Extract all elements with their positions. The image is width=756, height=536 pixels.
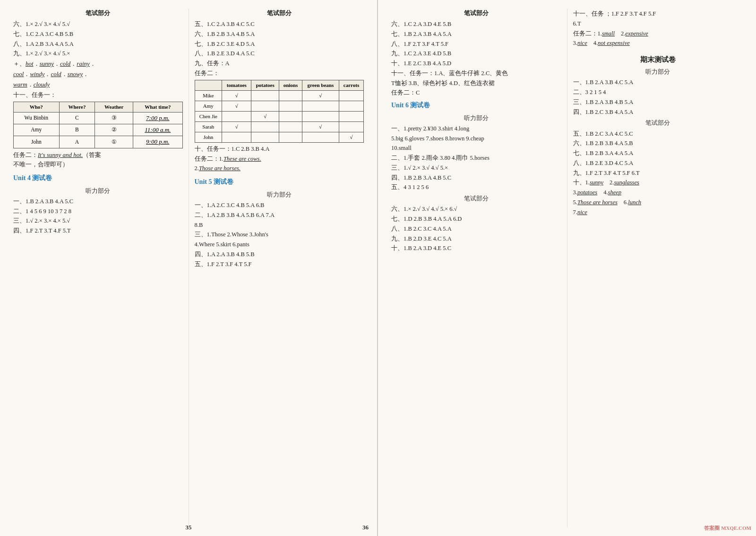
- th-name: [195, 80, 222, 90]
- col-divider-2: [567, 9, 567, 527]
- name-john: John: [195, 132, 222, 142]
- u5-l2: 二、1.A 2.B 3.B 4.A 5.B 6.A 7.A: [195, 211, 364, 220]
- u6-l7: 五、4 3 1 2 5 6: [391, 183, 561, 192]
- col-whattime: What time?: [133, 102, 182, 112]
- cell-weather: ②: [95, 124, 133, 136]
- name-amy: Amy: [195, 101, 222, 111]
- ten-items-1: ＋、hot．sunny．cold．rainy．: [13, 59, 183, 69]
- cell-weather: ①: [95, 136, 133, 148]
- ten-items-3: warm．cloudy: [13, 80, 183, 89]
- fw-ten-4: 7.nice: [573, 208, 743, 217]
- fw-3: 七、1.B 2.B 3.A 4.A 5.A: [573, 149, 743, 158]
- cell-weather: ③: [95, 112, 133, 124]
- line-6: 六、1.× 2.√ 3.× 4.√ 5.√: [13, 20, 183, 29]
- unit6-title: Unit 6 测试卷: [391, 100, 561, 111]
- u6-l3: 10.small: [391, 144, 561, 153]
- u5-l7: 五、1.F 2.T 3.F 4.T 5.F: [195, 260, 364, 269]
- r1-line-9: 九、1.C 2.A 3.E 4.D 5.B: [391, 49, 561, 58]
- table-row: John A ① 9:00 p.m.: [14, 136, 183, 148]
- left-col2: 笔试部分 五、1.C 2.A 3.B 4.C 5.C 六、1.B 2.B 3.A…: [191, 9, 368, 527]
- fl-2: 二、3 2 1 5 4: [573, 88, 743, 97]
- r1-eleven-1: 十一、任务一：1.A、蓝色牛仔裤 2.C、黄色: [391, 69, 561, 78]
- u5-l3: 8.B: [195, 221, 364, 230]
- fl-3: 三、1.B 2.A 3.B 4.B 5.A: [573, 98, 743, 107]
- check: [251, 121, 279, 132]
- task2-1: 任务二：1.These are cows.: [195, 155, 364, 164]
- page-number-left: 35: [186, 524, 192, 531]
- check: [339, 90, 363, 101]
- unit5-listen-title: 听力部分: [195, 190, 364, 199]
- r1-task2: 任务二：C: [391, 88, 561, 97]
- u5-l4: 三、1.Those 2.Whose 3.John's: [195, 230, 364, 239]
- table-row: Wu Binbin C ③ 7:00 p.m.: [14, 112, 183, 124]
- u4-line-2: 二、1 4 5 6 9 10 3 7 2 8: [13, 207, 183, 216]
- r1-line-6: 六、1.C 2.A 3.D 4.E 5.B: [391, 20, 561, 29]
- u4-line-4: 四、1.F 2.T 3.T 4.F 5.T: [13, 226, 183, 235]
- th-tomatoes: tomatoes: [222, 80, 251, 90]
- check: √: [222, 101, 251, 111]
- u6-l5: 三、1.√ 2.× 3.√ 4.√ 5.×: [391, 164, 561, 173]
- r1-line-10: 十、1.E 2.C 3.B 4.A 5.D: [391, 59, 561, 68]
- u4-line-1: 一、1.B 2.A 3.B 4.A 5.C: [13, 197, 183, 206]
- th-carrots: carrots: [339, 80, 363, 90]
- u5-l6: 四、1.A 2.A 3.B 4.B 5.B: [195, 250, 364, 259]
- final-listen-title: 听力部分: [573, 67, 743, 77]
- check: [251, 101, 279, 111]
- check: [339, 111, 363, 121]
- check: [279, 132, 302, 142]
- check: [279, 121, 302, 132]
- check: √: [222, 90, 251, 101]
- ten-label: 十、任务一：1.C 2.B 3.B 4.A: [195, 145, 364, 154]
- table-row: John √: [195, 132, 364, 142]
- eleven-task1-label: 十一、任务一：: [13, 91, 183, 100]
- vegetable-table: tomatoes potatoes onions green beans car…: [195, 80, 364, 143]
- fw-ten-3: 5.Those are horses 6.lunch: [573, 198, 743, 207]
- check: [302, 132, 339, 142]
- final-write-title: 笔试部分: [573, 118, 743, 128]
- ten-items-2: cool．windy．cold．snowy．: [13, 69, 183, 79]
- check: √: [339, 132, 363, 142]
- c2-line-6: 六、1.B 2.B 3.A 4.B 5.A: [195, 30, 364, 39]
- task2-label: 任务二：It's sunny and hot.（答案: [13, 150, 183, 160]
- check: √: [222, 121, 251, 132]
- cell-time: 11:00 a.m.: [133, 124, 182, 136]
- check: [339, 101, 363, 111]
- r2-eleven-2: 6.T: [573, 19, 743, 28]
- cell-where: A: [59, 136, 95, 148]
- table-row: Chen Jie √: [195, 111, 364, 121]
- th-greenbeans: green beans: [302, 80, 339, 90]
- unit4-listen-title: 听力部分: [13, 186, 183, 196]
- col-where: Where?: [59, 102, 95, 112]
- table-row: Amy √: [195, 101, 364, 111]
- unit6-write-title: 笔试部分: [391, 194, 561, 203]
- page: 笔试部分 六、1.× 2.√ 3.× 4.√ 5.√ 七、1.C 2.A 3.C…: [0, 0, 756, 536]
- u6-l6: 四、1.B 2.B 3.A 4.B 5.C: [391, 173, 561, 182]
- check: [251, 132, 279, 142]
- cell-where: B: [59, 124, 95, 136]
- cell-name: John: [14, 136, 60, 148]
- u6-w5: 十、1.B 2.A 3.D 4.E 5.C: [391, 244, 561, 253]
- unit6-listen-title: 听力部分: [391, 113, 561, 123]
- c2-line-5: 五、1.C 2.A 3.B 4.C 5.C: [195, 20, 364, 29]
- fw-ten-1: 十、1.sunny 2.sunglasses: [573, 178, 743, 187]
- col-weather: Weather: [95, 102, 133, 112]
- u6-l1: 一、1.pretty 2.¥30 3.shirt 4.long: [391, 124, 561, 133]
- line-8: 八、1.A 2.B 3.A 4.A 5.A: [13, 40, 183, 49]
- cell-name: Wu Binbin: [14, 112, 60, 124]
- fl-4: 四、1.B 2.C 3.B 4.A 5.A: [573, 108, 743, 117]
- fl-1: 一、1.B 2.A 3.B 4.C 5.A: [573, 78, 743, 87]
- left-col2-section: 笔试部分: [195, 9, 364, 18]
- nine-label: 九、任务：A: [195, 59, 364, 68]
- check: [279, 90, 302, 101]
- fw-2: 六、1.B 2.B 3.B 4.A 5.B: [573, 139, 743, 148]
- th-onions: onions: [279, 80, 302, 90]
- u6-w1: 六、1.× 2.√ 3.√ 4.√ 5.× 6.√: [391, 205, 561, 214]
- line-9: 九、1.× 2.√ 3.× 4.√ 5.×: [13, 49, 183, 58]
- check: [279, 101, 302, 111]
- name-sarah: Sarah: [195, 121, 222, 132]
- table-row: Amy B ② 11:00 a.m.: [14, 124, 183, 136]
- u5-l5: 4.Where 5.skirt 6.pants: [195, 240, 364, 249]
- u5-l1: 一、1.A 2.C 3.C 4.B 5.A 6.B: [195, 201, 364, 210]
- left-page: 笔试部分 六、1.× 2.√ 3.× 4.√ 5.√ 七、1.C 2.A 3.C…: [0, 0, 378, 536]
- check: [339, 121, 363, 132]
